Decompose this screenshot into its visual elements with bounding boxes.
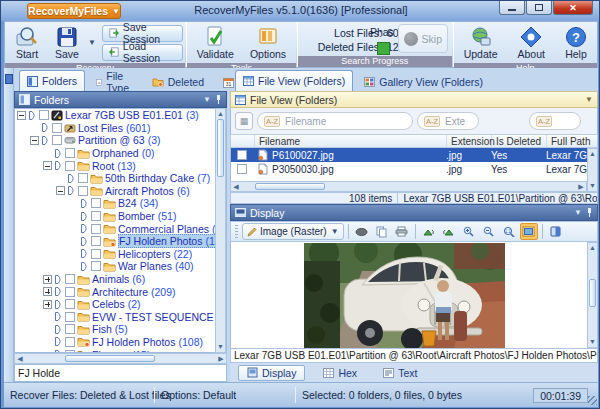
checkbox-icon[interactable] bbox=[91, 249, 101, 259]
file-table-vertical-scrollbar[interactable]: ▲ ▼ bbox=[587, 148, 598, 192]
copy-button[interactable] bbox=[373, 223, 391, 240]
checkbox-icon[interactable] bbox=[65, 287, 75, 297]
panel-layout-button[interactable] bbox=[547, 223, 565, 240]
tree-item[interactable]: Helicopters(22) bbox=[15, 248, 226, 261]
filename-column-header[interactable]: Filename bbox=[255, 135, 447, 147]
rotate-right-button[interactable] bbox=[440, 223, 458, 240]
help-button[interactable]: ? Help bbox=[557, 23, 595, 62]
display-mode-button[interactable]: Image (Raster) ▼ bbox=[242, 223, 344, 240]
close-button[interactable]: ✕ bbox=[553, 1, 593, 15]
checkbox-icon[interactable] bbox=[91, 224, 101, 234]
checkbox-icon[interactable] bbox=[65, 337, 75, 347]
tree-horizontal-scrollbar[interactable]: ◀ ▶ bbox=[14, 353, 227, 364]
about-button[interactable]: About bbox=[510, 23, 553, 62]
tree-footer-box[interactable]: FJ Holde bbox=[14, 364, 227, 382]
validate-button[interactable]: Validate bbox=[189, 23, 242, 62]
tree-vertical-scrollbar[interactable]: ▲ ▼ bbox=[215, 108, 226, 353]
skip-button[interactable]: Skip bbox=[398, 24, 448, 53]
tree-item[interactable]: B24(34) bbox=[15, 197, 226, 210]
panel-menu-arrow-icon[interactable]: ▼ bbox=[203, 95, 211, 104]
tab-file-view[interactable]: File View (Folders) bbox=[235, 70, 353, 91]
image-vertical-scrollbar[interactable]: ▲ ▼ bbox=[587, 242, 598, 348]
tree-item[interactable]: Lost Files(601) bbox=[15, 122, 226, 135]
file-table-horizontal-scrollbar[interactable]: ◀ ▶ bbox=[230, 181, 587, 192]
tree-toggle-icon[interactable] bbox=[43, 287, 52, 296]
checkbox-icon[interactable] bbox=[52, 123, 62, 133]
rotate-left-button[interactable] bbox=[420, 223, 438, 240]
toolbar-grip[interactable] bbox=[235, 225, 238, 239]
filter-options-button[interactable]: ▦ bbox=[235, 112, 253, 130]
tree-item[interactable]: FJ Holden Photos(108) bbox=[15, 336, 226, 349]
file-checkbox[interactable] bbox=[237, 150, 247, 160]
maximize-button[interactable] bbox=[526, 1, 552, 15]
panel-menu-arrow-icon[interactable]: ▼ bbox=[574, 208, 582, 217]
tree-item[interactable]: Orphaned(0) bbox=[15, 147, 226, 160]
scrollbar-thumb[interactable] bbox=[589, 279, 596, 307]
full-path-column-header[interactable]: Full Path bbox=[547, 135, 597, 147]
tab-display[interactable]: Display bbox=[238, 365, 305, 381]
tree-item[interactable]: Root(13) bbox=[15, 159, 226, 172]
scroll-left-icon[interactable]: ◀ bbox=[231, 183, 241, 191]
fit-to-window-button[interactable] bbox=[520, 223, 538, 240]
save-dropdown-arrow[interactable]: ▼ bbox=[88, 38, 96, 47]
tree-item[interactable]: EVW - TEST SEQUENCE(60) bbox=[15, 311, 226, 324]
tree-item[interactable]: Aircraft Photos(6) bbox=[15, 185, 226, 198]
options-button[interactable]: Options bbox=[242, 23, 294, 62]
scrollbar-thumb[interactable] bbox=[217, 119, 224, 177]
checkbox-icon[interactable] bbox=[65, 299, 75, 309]
print-button[interactable] bbox=[393, 223, 411, 240]
resize-grip[interactable] bbox=[588, 396, 597, 405]
pin-icon[interactable] bbox=[586, 208, 593, 217]
checkbox-icon[interactable] bbox=[91, 211, 101, 221]
docked-panel-icon[interactable] bbox=[5, 74, 13, 84]
checkbox-icon[interactable] bbox=[65, 324, 75, 334]
zoom-in-button[interactable] bbox=[460, 223, 478, 240]
scroll-up-icon[interactable]: ▲ bbox=[589, 149, 596, 159]
tree-item[interactable]: Fish(5) bbox=[15, 323, 226, 336]
actual-size-button[interactable]: 1:1 bbox=[500, 223, 518, 240]
filename-filter-input[interactable]: A-Z Filename bbox=[257, 112, 413, 130]
extension-filter-input[interactable]: A-Z Exte bbox=[417, 112, 479, 130]
tree-toggle-icon[interactable] bbox=[56, 186, 65, 195]
checkbox-icon[interactable] bbox=[91, 236, 101, 246]
checkbox-icon[interactable] bbox=[78, 173, 88, 183]
pin-icon[interactable] bbox=[215, 95, 222, 104]
checkbox-column-header[interactable] bbox=[231, 135, 255, 147]
tree-item[interactable]: Commercial Planes(1) bbox=[15, 222, 226, 235]
panel-menu-arrow-icon[interactable]: ▼ bbox=[585, 95, 593, 104]
scroll-up-icon[interactable]: ▲ bbox=[589, 243, 596, 253]
tree-toggle-icon[interactable] bbox=[43, 300, 52, 309]
checkbox-icon[interactable] bbox=[52, 135, 62, 145]
tree-item[interactable]: Bomber(51) bbox=[15, 210, 226, 223]
checkbox-icon[interactable] bbox=[65, 161, 75, 171]
tree-toggle-icon[interactable] bbox=[30, 136, 39, 145]
tree-item[interactable]: Partition @ 63(3) bbox=[15, 134, 226, 147]
zoom-out-button[interactable] bbox=[480, 223, 498, 240]
scroll-down-icon[interactable]: ▼ bbox=[589, 181, 596, 191]
scrollbar-thumb[interactable] bbox=[65, 355, 155, 362]
tree-toggle-icon[interactable] bbox=[43, 275, 52, 284]
save-button[interactable]: Save bbox=[47, 23, 87, 62]
tab-text[interactable]: Text bbox=[375, 365, 425, 381]
load-session-button[interactable]: Load Session bbox=[102, 44, 183, 61]
scroll-left-icon[interactable]: ◀ bbox=[15, 355, 25, 363]
tab-deleted[interactable]: Deleted bbox=[144, 72, 212, 91]
minimize-button[interactable] bbox=[499, 1, 525, 15]
tab-gallery-view[interactable]: Gallery View (Folders) bbox=[356, 72, 491, 91]
extension-column-header[interactable]: Extension bbox=[447, 135, 492, 147]
tree-item[interactable]: 50th Birthday Cake(7) bbox=[15, 172, 226, 185]
tab-hex[interactable]: Hex bbox=[315, 365, 365, 381]
file-checkbox[interactable] bbox=[237, 164, 247, 174]
checkbox-icon[interactable] bbox=[65, 274, 75, 284]
update-button[interactable]: Update bbox=[456, 23, 506, 62]
file-row[interactable]: P6100027.jpg.jpgYesLexar 7GB bbox=[231, 148, 587, 162]
checkbox-icon[interactable] bbox=[78, 186, 88, 196]
checkbox-icon[interactable] bbox=[65, 148, 75, 158]
scroll-down-icon[interactable]: ▼ bbox=[217, 342, 224, 352]
scroll-right-icon[interactable]: ▶ bbox=[576, 183, 586, 191]
scroll-right-icon[interactable]: ▶ bbox=[216, 355, 226, 363]
tab-file-type[interactable]: a File Type bbox=[88, 72, 141, 91]
scrollbar-thumb[interactable] bbox=[255, 183, 325, 190]
tree-item[interactable]: Animals(6) bbox=[15, 273, 226, 286]
file-row[interactable]: P3050030.jpg.jpgYesLexar 7GB bbox=[231, 162, 587, 176]
